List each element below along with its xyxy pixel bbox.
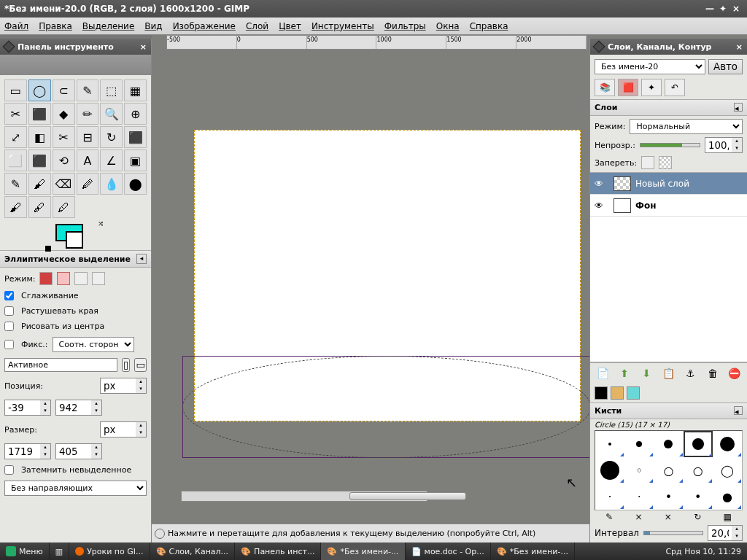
brush-edit-icon[interactable]: ✎ [605,512,613,522]
darken-checkbox[interactable]: Затемнить невыделенное [4,465,147,475]
position-unit[interactable]: ▴▾ [100,378,147,394]
brush-x-icon[interactable]: × [635,512,642,522]
visibility-icon[interactable]: 👁 [593,201,605,211]
lower-layer-icon[interactable]: ⬇ [639,366,654,381]
bg-color[interactable] [66,231,83,249]
tool-button[interactable]: ⬛ [124,126,147,148]
raise-layer-icon[interactable]: ⬆ [617,366,632,381]
layers-header[interactable]: Слои, Каналы, Контур × [590,39,747,55]
menu-edit[interactable]: Правка [39,21,72,31]
landscape-button[interactable]: ▭ [134,358,147,372]
options-menu-icon[interactable]: ◂ [136,254,147,264]
layers-close-icon[interactable]: × [736,42,743,52]
layer-name[interactable]: Новый слой [635,179,689,189]
tab-paths-icon[interactable]: ✦ [641,79,662,96]
tool-button[interactable]: 🔍 [100,103,123,125]
brushes-menu-icon[interactable]: ◂ [734,406,743,415]
tool-button[interactable]: ✏ [77,103,99,125]
tool-button[interactable]: ▭ [4,79,27,101]
document-select[interactable]: Без имени-20 [595,59,705,74]
mode-add[interactable] [57,272,70,285]
fixed-value-input[interactable] [4,358,117,372]
layers-menu-icon[interactable]: ◂ [734,103,743,112]
tool-button[interactable]: 💧 [100,173,123,195]
pin-icon[interactable] [593,41,605,53]
delete-layer-icon[interactable]: 🗑 [705,366,720,381]
tab-layers-icon[interactable]: 📚 [595,79,615,96]
fixed-checkbox[interactable] [4,340,14,349]
tool-button[interactable]: ▣ [124,149,147,171]
brush-x-icon[interactable]: × [665,512,672,522]
menu-layer[interactable]: Слой [246,21,268,31]
menu-view[interactable]: Вид [144,21,162,31]
taskbar-item[interactable]: 📄мое.doc - Op... [406,542,491,560]
interval-slider[interactable] [643,531,703,535]
menu-select[interactable]: Выделение [82,21,134,31]
portrait-button[interactable]: ▯ [122,358,130,372]
tool-button[interactable]: ⌫ [53,173,75,195]
tool-button[interactable]: 🖋 [28,196,51,218]
menu-help[interactable]: Справка [470,21,508,31]
tool-button[interactable]: ⟲ [53,149,75,171]
mode-subtract[interactable] [74,272,88,285]
tool-button[interactable]: ◯ [28,79,51,101]
tool-button[interactable]: 🖌 [28,173,51,195]
tool-button[interactable]: ◧ [28,126,51,148]
pin-icon[interactable] [3,41,15,53]
tool-button[interactable]: ⊂ [53,79,75,101]
tool-button[interactable]: ⬜ [4,149,27,171]
horizontal-scrollbar[interactable] [181,491,427,502]
mode-intersect[interactable] [92,272,105,285]
tool-button[interactable]: ⊟ [77,126,99,148]
lock-pixels-icon[interactable] [641,156,654,169]
brush-refresh-icon[interactable]: ↻ [694,512,701,522]
gradient-preview-icon[interactable] [627,386,640,400]
menu-image[interactable]: Изображение [173,21,236,31]
tool-button[interactable]: 🖊 [53,196,75,218]
pos-x-input[interactable]: ▴▾ [4,400,51,416]
taskbar-item[interactable]: 🎨*Без имени-... [491,542,575,560]
brush-preview-icon[interactable] [595,386,608,400]
clock[interactable]: Срд Ноя 10, 11:29 [659,547,747,556]
size-w-input[interactable]: ▴▾ [4,443,51,459]
tab-undo-icon[interactable]: ↶ [665,79,685,96]
size-unit[interactable]: ▴▾ [100,421,147,438]
tool-button[interactable]: 🖉 [77,173,99,195]
show-desktop-icon[interactable]: ▥ [50,542,69,560]
tool-button[interactable]: ✎ [77,79,99,101]
opacity-slider[interactable] [640,143,700,147]
brush-grid[interactable]: ◦○○◯ ··••● [595,430,743,510]
tool-button[interactable]: ✂ [53,126,75,148]
tab-channels-icon[interactable]: 🟥 [618,79,638,96]
antialias-checkbox[interactable]: Сглаживание [4,291,147,300]
anchor-layer-icon[interactable]: ⚓ [684,366,698,381]
tool-button[interactable]: ◆ [53,103,75,125]
tool-button[interactable]: A [77,149,99,171]
tool-button[interactable]: ▦ [124,79,147,101]
menu-file[interactable]: Файл [4,21,28,31]
mode-replace[interactable] [39,272,53,285]
scrollbar-thumb[interactable] [349,492,466,500]
tool-button[interactable]: ↻ [100,126,123,148]
tool-button[interactable]: ⊕ [124,103,147,125]
from-center-checkbox[interactable]: Рисовать из центра [4,322,147,331]
fixed-select[interactable]: Соотн. сторон [53,337,134,352]
menu-filters[interactable]: Фильтры [384,21,426,31]
interval-input[interactable]: ▴▾ [708,525,743,541]
feather-checkbox[interactable]: Растушевать края [4,306,147,316]
layer-item[interactable]: 👁 Фон [590,195,747,217]
size-h-input[interactable]: ▴▾ [55,443,102,459]
maximize-button[interactable]: ✦ [716,4,729,14]
visibility-icon[interactable]: 👁 [593,179,605,189]
minimize-button[interactable]: — [703,4,716,14]
canvas[interactable]: ↖ [166,50,587,513]
tool-button[interactable]: ⬤ [124,173,147,195]
taskbar-item[interactable]: 🎨*Без имени-... [321,542,405,560]
tool-button[interactable]: ∠ [100,149,123,171]
ellipse-selection[interactable] [182,356,591,458]
menu-tools[interactable]: Инструменты [311,21,374,31]
opacity-input[interactable]: ▴▾ [705,137,743,153]
auto-button[interactable]: Авто [708,59,743,74]
tool-button[interactable]: ⬚ [100,79,123,101]
close-button[interactable]: × [729,4,743,14]
